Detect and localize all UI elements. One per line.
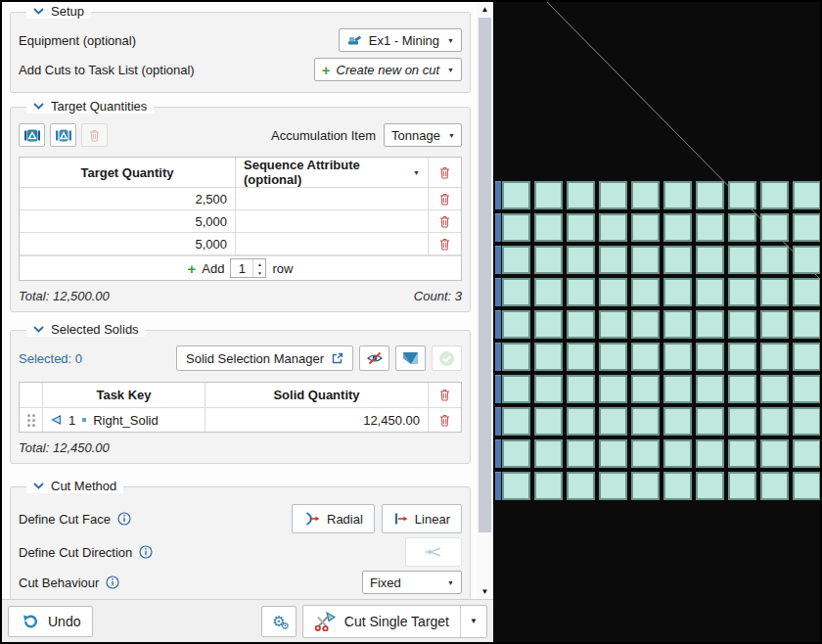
solid-cell[interactable] [728, 246, 756, 274]
sequence-attribute-column-header[interactable]: Sequence Attribute (optional) ▼ [236, 158, 429, 187]
target-quantity-cell[interactable]: 5,000 [20, 210, 236, 232]
solid-cell[interactable] [663, 343, 692, 371]
task-key-cell[interactable]: 1 Right_Solid [43, 408, 206, 432]
solid-cell[interactable] [599, 213, 627, 242]
solid-cell[interactable] [599, 375, 627, 403]
solid-cell[interactable] [502, 439, 530, 468]
solid-cell[interactable] [696, 246, 724, 274]
solid-cell[interactable] [599, 439, 627, 468]
undo-button[interactable]: Undo [8, 606, 93, 637]
solid-cell[interactable] [663, 181, 692, 209]
solid-cell[interactable] [663, 278, 692, 306]
cut-options-dropdown-button[interactable]: ▼ [460, 606, 486, 637]
solid-cell[interactable] [793, 213, 820, 242]
radial-button[interactable]: Radial [292, 504, 375, 533]
solid-cell[interactable] [502, 472, 530, 500]
solid-cell[interactable] [728, 472, 756, 500]
solid-cell[interactable] [696, 213, 724, 242]
sequence-attribute-cell[interactable] [236, 210, 429, 232]
solid-cell[interactable] [760, 181, 789, 209]
solid-cell[interactable] [502, 181, 530, 209]
solid-cell[interactable] [534, 472, 563, 500]
show-solid-button[interactable] [395, 345, 426, 371]
solid-cell[interactable] [760, 407, 789, 436]
solid-cell[interactable] [502, 213, 530, 242]
info-icon[interactable] [117, 512, 131, 526]
solid-cell[interactable] [534, 407, 563, 436]
solid-cell[interactable] [663, 472, 692, 500]
solid-cell[interactable] [793, 375, 820, 403]
solid-cell[interactable] [502, 407, 530, 436]
solid-cell[interactable] [631, 246, 660, 274]
solid-cell[interactable] [631, 213, 660, 242]
cut-method-header[interactable]: Cut Method [26, 479, 123, 493]
add-cuts-dropdown[interactable]: + Create new on cut ▼ [314, 58, 462, 81]
sequence-attribute-cell[interactable] [236, 233, 429, 254]
solid-cell[interactable] [599, 407, 627, 436]
solid-cell[interactable] [696, 407, 724, 436]
info-icon[interactable] [106, 575, 119, 589]
delete-all-targets-button[interactable] [81, 123, 108, 147]
solid-cell[interactable] [502, 310, 530, 339]
solid-cell[interactable] [728, 213, 756, 242]
solid-cell[interactable] [760, 213, 789, 242]
solid-cell[interactable] [599, 472, 627, 500]
solid-cell[interactable] [728, 278, 756, 306]
target-quantities-header[interactable]: Target Quantities [26, 99, 154, 114]
solid-cell[interactable] [502, 375, 530, 403]
solid-cell[interactable] [696, 375, 724, 403]
stepper-down-button[interactable]: ▼ [253, 268, 265, 277]
solid-cell[interactable] [567, 181, 595, 209]
solid-cell[interactable] [663, 213, 692, 242]
solid-cell[interactable] [696, 343, 724, 371]
scroll-up-button[interactable]: ▲ [477, 2, 493, 17]
solid-cell[interactable] [728, 343, 756, 371]
solid-cell[interactable] [567, 310, 595, 339]
target-quantity-column-header[interactable]: Target Quantity [20, 158, 236, 187]
solid-cell[interactable] [567, 278, 595, 306]
stepper-up-button[interactable]: ▲ [253, 259, 265, 268]
solid-cell[interactable] [728, 181, 756, 209]
solid-cell[interactable] [567, 343, 595, 371]
sequence-attribute-cell[interactable] [236, 188, 429, 209]
solid-cell[interactable] [631, 472, 660, 500]
solid-cell[interactable] [631, 181, 660, 209]
solid-quantity-cell[interactable]: 12,450.00 [206, 408, 429, 432]
solid-cell[interactable] [567, 439, 595, 468]
solid-cell[interactable] [631, 310, 660, 339]
solid-cell[interactable] [599, 246, 627, 274]
selected-solids-header[interactable]: Selected Solids [26, 322, 146, 337]
solid-cell[interactable] [696, 310, 724, 339]
solid-cell[interactable] [534, 181, 563, 209]
solid-cell[interactable] [567, 375, 595, 403]
solid-cell[interactable] [760, 278, 789, 306]
solid-cell[interactable] [534, 278, 563, 306]
confirm-selection-button[interactable] [432, 345, 462, 371]
solid-cell[interactable] [793, 246, 820, 274]
equipment-dropdown[interactable]: Ex1 - Mining ▼ [339, 28, 462, 52]
solid-cell[interactable] [696, 181, 724, 209]
solid-cell[interactable] [599, 181, 627, 209]
target-quantity-cell[interactable]: 5,000 [20, 233, 236, 254]
solid-cell[interactable] [696, 278, 724, 306]
solid-cell[interactable] [567, 246, 595, 274]
target-quantity-cell[interactable]: 2,500 [20, 188, 236, 209]
add-row-count-stepper[interactable]: 1 ▲ ▼ [230, 258, 266, 278]
solid-cell[interactable] [793, 472, 820, 500]
solid-cell[interactable] [631, 407, 660, 436]
solid-cell[interactable] [502, 278, 530, 306]
solid-cell[interactable] [502, 343, 530, 371]
cut-direction-button[interactable] [405, 537, 462, 567]
solid-cell[interactable] [760, 439, 789, 468]
solid-cell[interactable] [663, 310, 692, 339]
solid-cell[interactable] [534, 343, 563, 371]
solid-quantity-column-header[interactable]: Solid Quantity [206, 383, 429, 407]
solid-cell[interactable] [663, 439, 692, 468]
solid-cell[interactable] [760, 343, 789, 371]
scroll-down-button[interactable]: ▼ [477, 584, 493, 599]
task-key-column-header[interactable]: Task Key [43, 383, 206, 407]
delete-row-button[interactable] [429, 188, 461, 209]
delete-row-button[interactable] [429, 233, 461, 254]
viewport-3d[interactable] [493, 2, 820, 642]
split-target-from-solid-button[interactable] [50, 123, 76, 147]
